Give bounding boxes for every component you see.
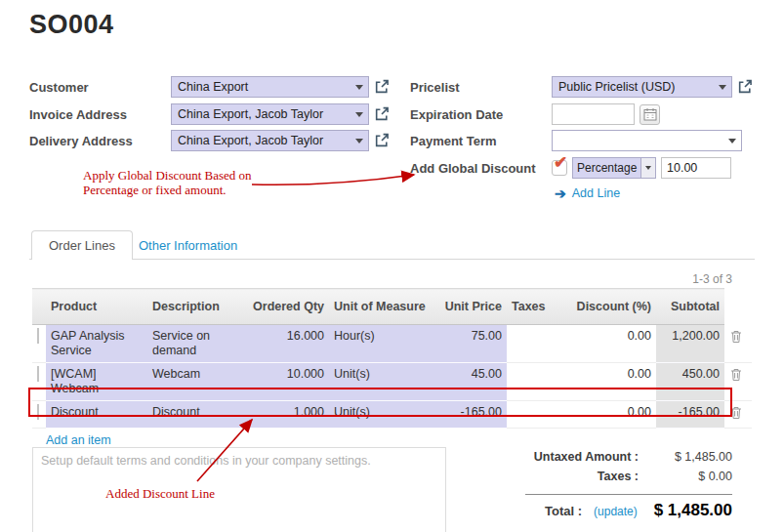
totals-divider bbox=[525, 494, 732, 495]
pricelist-value: Public Pricelist (USD) bbox=[558, 80, 675, 94]
customer-select[interactable]: China Export bbox=[171, 76, 369, 98]
payment-term-label: Payment Term bbox=[410, 134, 552, 148]
chevron-down-icon bbox=[728, 139, 736, 143]
trash-icon bbox=[730, 406, 742, 420]
pricelist-select[interactable]: Public Pricelist (USD) bbox=[552, 76, 732, 98]
cell-description: Service on demand bbox=[147, 325, 245, 363]
notebook-tabs: Order Lines Other Information bbox=[29, 230, 755, 260]
cell-product: GAP Analysis Service bbox=[46, 325, 147, 363]
annotation-global-discount: Apply Global Discount Based on Percentag… bbox=[83, 168, 252, 197]
delivery-address-value: China Export, Jacob Taylor bbox=[178, 134, 323, 147]
tab-other-information[interactable]: Other Information bbox=[139, 238, 237, 253]
expiration-date-row: Expiration Date bbox=[410, 102, 660, 126]
cell-unit-price: 75.00 bbox=[433, 325, 507, 363]
cell-subtotal: -165.00 bbox=[656, 401, 724, 429]
calendar-icon bbox=[643, 107, 657, 121]
cell-unit-price: 45.00 bbox=[433, 363, 507, 401]
untaxed-value: $ 1,485.00 bbox=[650, 450, 732, 464]
col-subtotal: Subtotal bbox=[656, 289, 724, 325]
discount-type-value: Percentage bbox=[577, 161, 637, 175]
global-discount-row: Add Global Discount ✔ Percentage bbox=[410, 156, 731, 180]
order-lines-table: Product Description Ordered Qty Unit of … bbox=[32, 288, 752, 429]
handle-column-header bbox=[32, 289, 46, 325]
customer-row: Customer China Export bbox=[29, 75, 390, 99]
cell-description: Discount bbox=[147, 401, 245, 429]
annotation-line: Added Discount Line bbox=[105, 486, 215, 501]
cell-product: [WCAM] Webcam bbox=[46, 363, 147, 401]
checkmark-icon: ✔ bbox=[554, 152, 567, 173]
header-row: Product Description Ordered Qty Unit of … bbox=[32, 289, 752, 325]
chevron-down-icon bbox=[355, 139, 363, 143]
add-an-item-link[interactable]: Add an item bbox=[46, 433, 111, 447]
chevron-down-icon bbox=[355, 112, 363, 117]
cell-ordered-qty: 16.000 bbox=[245, 325, 329, 363]
invoice-address-label: Invoice Address bbox=[29, 107, 171, 122]
col-taxes: Taxes bbox=[507, 289, 565, 325]
arrow-right-icon: ➔ bbox=[555, 186, 566, 200]
untaxed-label: Untaxed Amount : bbox=[525, 450, 650, 464]
taxes-value: $ 0.00 bbox=[650, 470, 732, 483]
expiration-date-input[interactable] bbox=[552, 103, 635, 125]
cell-taxes bbox=[507, 401, 565, 429]
tab-order-lines[interactable]: Order Lines bbox=[31, 230, 133, 260]
invoice-address-select[interactable]: China Export, Jacob Taylor bbox=[171, 103, 369, 125]
external-link-icon[interactable] bbox=[374, 79, 390, 95]
invoice-address-value: China Export, Jacob Taylor bbox=[178, 107, 323, 121]
annotation-added-discount-line: Added Discount Line bbox=[105, 486, 215, 501]
order-line-row-discount[interactable]: Discount Discount 1.000 Unit(s) -165.00 … bbox=[32, 401, 752, 429]
col-unit-price: Unit Price bbox=[433, 289, 507, 325]
update-link[interactable]: (update) bbox=[594, 505, 638, 518]
delivery-address-row: Delivery Address China Export, Jacob Tay… bbox=[29, 129, 390, 152]
trash-icon bbox=[730, 330, 742, 344]
payment-term-row: Payment Term bbox=[410, 129, 742, 152]
terms-textarea[interactable] bbox=[32, 447, 446, 532]
cell-ordered-qty: 1.000 bbox=[245, 401, 329, 429]
invoice-address-row: Invoice Address China Export, Jacob Tayl… bbox=[29, 102, 390, 126]
delete-line-button[interactable] bbox=[729, 329, 743, 348]
customer-label: Customer bbox=[29, 80, 171, 95]
cell-product: Discount bbox=[46, 401, 147, 429]
totals-section: Untaxed Amount : $ 1,485.00 Taxes : $ 0.… bbox=[525, 450, 732, 526]
chevron-down-icon bbox=[355, 85, 363, 90]
drag-handle-icon[interactable] bbox=[37, 404, 39, 420]
cell-taxes bbox=[507, 363, 565, 401]
order-line-row[interactable]: GAP Analysis Service Service on demand 1… bbox=[32, 325, 752, 363]
annotation-line: Percentage or fixed amount. bbox=[83, 183, 252, 197]
external-link-icon[interactable] bbox=[374, 133, 390, 148]
delete-line-button[interactable] bbox=[729, 405, 743, 424]
pager: 1-3 of 3 bbox=[692, 272, 732, 286]
cell-unit-of-measure: Hour(s) bbox=[329, 325, 433, 363]
drag-handle-icon[interactable] bbox=[37, 328, 39, 344]
add-line-link[interactable]: ➔ Add Line bbox=[555, 186, 620, 200]
total-row: Total : (update) $ 1,485.00 bbox=[525, 501, 732, 526]
annotation-line: Apply Global Discount Based on bbox=[83, 168, 252, 183]
expiration-date-label: Expiration Date bbox=[410, 107, 552, 122]
discount-type-select[interactable]: Percentage bbox=[572, 157, 656, 179]
col-description: Description bbox=[147, 289, 245, 325]
cell-discount: 0.00 bbox=[565, 363, 656, 401]
delete-line-button[interactable] bbox=[729, 367, 743, 386]
total-value: $ 1,485.00 bbox=[654, 501, 732, 520]
drag-handle-icon[interactable] bbox=[37, 366, 39, 382]
external-link-icon[interactable] bbox=[737, 79, 753, 95]
cell-subtotal: 1,200.00 bbox=[656, 325, 724, 363]
trash-icon bbox=[730, 368, 742, 382]
delete-column-header bbox=[724, 289, 752, 325]
cell-description: Webcam bbox=[147, 363, 245, 401]
discount-amount-input[interactable] bbox=[661, 157, 731, 179]
col-unit-of-measure: Unit of Measure bbox=[329, 289, 433, 325]
pricelist-row: Pricelist Public Pricelist (USD) bbox=[410, 75, 753, 99]
taxes-label: Taxes : bbox=[525, 470, 650, 483]
calendar-button[interactable] bbox=[640, 104, 660, 125]
cell-unit-of-measure: Unit(s) bbox=[329, 363, 433, 401]
total-label: Total : bbox=[545, 504, 582, 518]
order-line-row[interactable]: [WCAM] Webcam Webcam 10.000 Unit(s) 45.0… bbox=[32, 363, 752, 401]
delivery-address-select[interactable]: China Export, Jacob Taylor bbox=[171, 130, 369, 151]
chevron-down-icon bbox=[645, 166, 651, 170]
external-link-icon[interactable] bbox=[374, 106, 390, 122]
global-discount-checkbox[interactable]: ✔ bbox=[552, 160, 567, 176]
arrow-to-global-discount bbox=[252, 175, 414, 184]
taxes-row: Taxes : $ 0.00 bbox=[525, 470, 732, 489]
payment-term-select[interactable] bbox=[552, 130, 742, 151]
page-title: SO004 bbox=[29, 10, 114, 40]
